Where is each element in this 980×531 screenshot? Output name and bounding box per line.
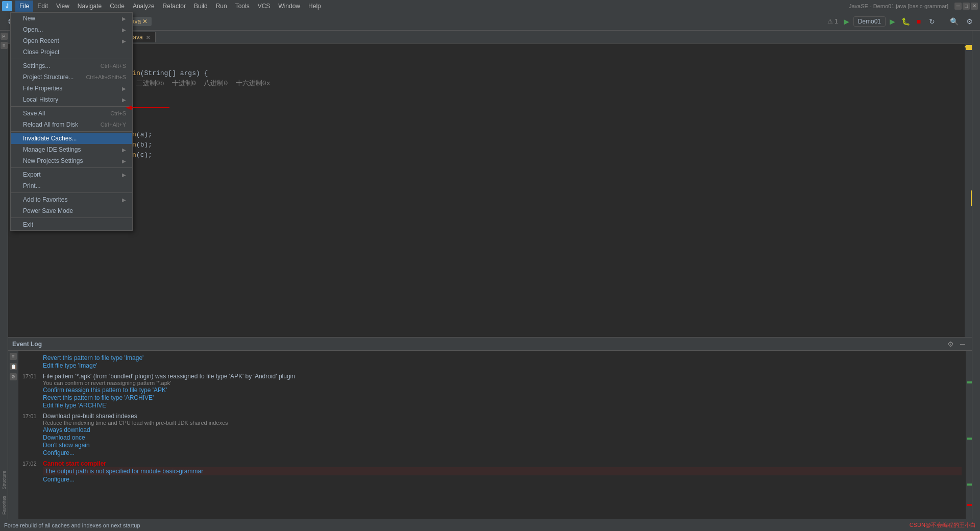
log-link-configure-compiler[interactable]: Configure... [43,476,962,483]
bottom-panel-header: Event Log ⚙ ─ [8,337,972,351]
log-link-dont-show[interactable]: Don't show again [43,442,962,449]
search-btn[interactable]: 🔍 [947,15,961,28]
log-link-always-download[interactable]: Always download [43,426,962,433]
menu-window[interactable]: Window [274,1,304,12]
stop-btn[interactable]: ■ [912,15,925,28]
log-link-revert-archive[interactable]: Revert this pattern to file type 'ARCHIV… [43,394,962,401]
menu-code[interactable]: Code [106,1,129,12]
log-error-title: Cannot start compiler [43,460,962,467]
window-title: JavaSE - Demo01.java [basic-grammar] [845,3,952,9]
menu-item-exit[interactable]: Exit [11,219,132,230]
log-link-configure-download[interactable]: Configure... [43,449,962,456]
log-time-1: 17:01 [22,373,43,409]
error-marker-top [966,45,972,50]
menu-item-save-all[interactable]: Save All Ctrl+S [11,108,132,119]
manage-ide-arrow-icon: ▶ [122,147,126,153]
maximize-btn[interactable]: □ [963,3,970,10]
toolbar-sep2 [943,16,943,27]
code-editor: ▶1 ▶2 3 4 5 6 7 8 9 10 11 12 public clas… [8,44,972,337]
menu-item-close-project[interactable]: Close Project [11,46,132,58]
log-side-icons: ≡ 📋 ⚙ [8,351,18,519]
sep6 [11,218,132,218]
menu-help[interactable]: Help [304,1,325,12]
menu-item-invalidate-caches[interactable]: Invalidate Caches... [11,133,132,144]
bottom-panel: Event Log ⚙ ─ ≡ 📋 ⚙ Revert this pattern … [8,337,972,531]
panel-minimize-btn[interactable]: ─ [958,339,968,349]
sep2 [11,106,132,107]
menu-item-add-favorites[interactable]: Add to Favorites ▶ [11,194,132,205]
menu-item-export[interactable]: Export ▶ [11,169,132,180]
favorites-label[interactable]: Favorites [2,494,7,517]
log-body-3: Cannot start compiler The output path is… [43,460,962,484]
menu-item-file-properties[interactable]: File Properties ▶ [11,83,132,94]
open-recent-arrow-icon: ▶ [122,38,126,44]
menu-item-new[interactable]: New ▶ [11,13,132,24]
structure-label[interactable]: Structure [2,469,7,492]
log-icon-1[interactable]: ≡ [10,353,17,360]
left-commit-btn[interactable]: ≡ [1,42,8,49]
log-desc-1: You can confirm or revert reassigning pa… [43,380,962,386]
menu-item-settings[interactable]: Settings... Ctrl+Alt+S [11,60,132,71]
close-btn[interactable]: ✕ [971,3,978,10]
new-arrow-icon: ▶ [122,16,126,21]
menu-tools[interactable]: Tools [231,1,254,12]
warning-indicator: ⚠ 1 [827,18,838,25]
csdn-branding: CSDN@不会编程的王小白 [910,521,976,529]
menu-view[interactable]: View [52,1,74,12]
minimize-btn[interactable]: ─ [954,3,962,10]
log-icon-2[interactable]: 📋 [10,363,17,370]
log-scroll-green1 [967,381,972,383]
menu-item-power-save[interactable]: Power Save Mode [11,205,132,216]
menu-run[interactable]: Run [212,1,231,12]
log-link-edit-image[interactable]: Edit file type 'Image' [43,362,962,369]
log-body-0: Revert this pattern to file type 'Image'… [43,354,962,370]
run-config-select[interactable]: Demo01 [853,16,886,27]
bottom-panel-body: ≡ 📋 ⚙ Revert this pattern to file type '… [8,351,972,519]
left-project-btn[interactable]: P [1,33,8,40]
file-props-arrow-icon: ▶ [122,86,126,91]
run-btn2[interactable]: ▶ [886,15,899,28]
toolbar: ⚙ ≡ ⇅ ⚙ ✕ 📄 Demo01.java ✕ ⚠ 1 ▶ Demo01 ▶… [0,12,980,31]
run-btn[interactable]: ▶ [840,15,853,28]
event-log-title: Event Log [12,341,42,348]
code-content[interactable]: public class Demo01 { public static void… [29,44,965,337]
log-icon-3[interactable]: ⚙ [10,373,17,380]
log-scroll-green3 [967,484,972,486]
menu-item-project-structure[interactable]: Project Structure... Ctrl+Alt+Shift+S [11,71,132,83]
status-message: Force rebuild of all caches and indexes … [4,522,140,528]
log-link-confirm-apk[interactable]: Confirm reassign this pattern to file ty… [43,387,962,394]
menu-analyze[interactable]: Analyze [129,1,159,12]
log-link-download-once[interactable]: Download once [43,434,962,441]
open-arrow-icon: ▶ [122,27,126,33]
menu-vcs[interactable]: VCS [254,1,275,12]
log-time-0 [22,354,43,370]
panel-settings-btn[interactable]: ⚙ [945,339,955,349]
settings-main-btn[interactable]: ⚙ [963,15,976,28]
editor-toolbar: ⚙ ≡ ⇅ ⚙ ✕ 📄 Demo01.java ✕ [8,31,972,44]
menu-item-manage-ide[interactable]: Manage IDE Settings ▶ [11,144,132,155]
file-tab-close-icon[interactable]: ✕ [146,35,150,40]
log-scroll-green2 [967,438,972,440]
save-all-shortcut: Ctrl+S [110,110,126,116]
log-link-edit-archive[interactable]: Edit file type 'ARCHIVE' [43,402,962,409]
project-structure-shortcut: Ctrl+Alt+Shift+S [86,74,126,80]
menu-edit[interactable]: Edit [33,1,52,12]
menu-refactor[interactable]: Refactor [159,1,190,12]
menu-item-new-projects[interactable]: New Projects Settings ▶ [11,155,132,166]
log-time-2: 17:01 [22,413,43,457]
menu-navigate[interactable]: Navigate [74,1,106,12]
reload-btn[interactable]: ↻ [925,15,939,28]
log-body-1: File pattern '*.apk' (from 'bundled' plu… [43,373,962,409]
toolbar-right: ⚠ 1 ▶ Demo01 ▶ 🐛 ■ ↻ 🔍 ⚙ [827,15,976,28]
debug-btn[interactable]: 🐛 [899,15,912,28]
menu-item-open[interactable]: Open... ▶ [11,24,132,35]
menu-file[interactable]: File [15,1,33,12]
menu-build[interactable]: Build [190,1,212,12]
menu-item-print[interactable]: Print... [11,180,132,191]
menu-item-open-recent[interactable]: Open Recent ▶ [11,35,132,46]
menu-item-reload[interactable]: Reload All from Disk Ctrl+Alt+Y [11,119,132,130]
log-scroll-red [967,504,972,506]
log-link-revert-image[interactable]: Revert this pattern to file type 'Image' [43,354,962,361]
add-favorites-arrow-icon: ▶ [122,197,126,203]
menu-item-local-history[interactable]: Local History ▶ [11,94,132,105]
